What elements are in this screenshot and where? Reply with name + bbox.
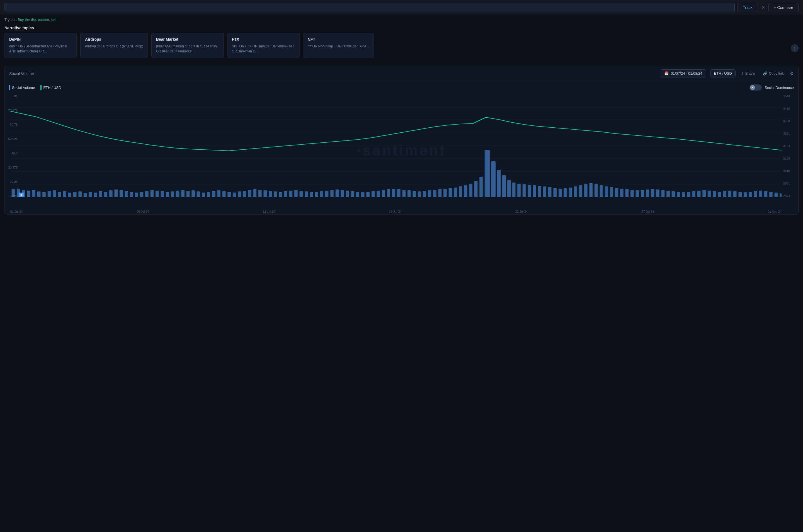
svg-rect-42 — [181, 190, 185, 197]
track-button[interactable]: Track — [738, 3, 758, 12]
svg-rect-56 — [253, 189, 257, 197]
share-button[interactable]: ⤴ Share — [740, 70, 757, 77]
svg-rect-35 — [145, 191, 149, 197]
svg-rect-133 — [651, 189, 654, 197]
currency-button[interactable]: ETH / USD — [710, 70, 735, 77]
svg-rect-158 — [780, 193, 782, 197]
svg-rect-13 — [32, 190, 35, 197]
compare-button[interactable]: + Compare — [768, 3, 799, 12]
svg-rect-99 — [474, 181, 478, 197]
svg-rect-128 — [626, 189, 629, 197]
svg-rect-54 — [243, 191, 246, 197]
svg-rect-93 — [443, 189, 447, 197]
y-right-5: 3193 — [783, 144, 797, 148]
x-label-5: 22 Jul 24 — [515, 210, 528, 213]
svg-rect-53 — [238, 191, 241, 197]
svg-rect-33 — [135, 193, 138, 197]
copy-label: Copy link — [769, 71, 784, 76]
svg-rect-123 — [599, 185, 603, 197]
svg-rect-20 — [68, 193, 72, 197]
y-right-2: 3456 — [783, 107, 797, 110]
svg-rect-27 — [104, 192, 108, 197]
narrative-card-0[interactable]: DePIN depin OR (Decentralized AND Physic… — [4, 33, 77, 58]
svg-rect-45 — [197, 191, 200, 197]
svg-rect-43 — [187, 191, 190, 197]
svg-rect-16 — [47, 191, 51, 197]
chart-legend: Social Volume ETH / USD ✕ Social Dominan… — [5, 81, 798, 92]
svg-rect-91 — [433, 190, 437, 197]
svg-rect-41 — [176, 191, 179, 197]
svg-rect-39 — [166, 192, 169, 197]
link-icon: 🔗 — [763, 71, 767, 76]
svg-rect-52 — [233, 193, 236, 197]
x-label-1: 01 Jul 24 — [10, 210, 23, 213]
svg-rect-126 — [615, 188, 618, 197]
svg-rect-47 — [207, 192, 210, 197]
svg-rect-82 — [387, 189, 390, 197]
social-dominance-toggle[interactable]: ✕ Social Dominance — [749, 84, 794, 91]
scroll-right-arrow[interactable]: › — [791, 44, 799, 52]
svg-rect-86 — [407, 190, 411, 197]
narrative-card-query-0: depin OR (Decentralized AND Physical AND… — [9, 44, 72, 54]
svg-rect-50 — [223, 191, 226, 197]
svg-rect-89 — [423, 191, 426, 197]
svg-rect-70 — [325, 191, 329, 197]
svg-rect-121 — [590, 183, 593, 197]
svg-rect-75 — [351, 191, 354, 197]
svg-rect-46 — [202, 193, 205, 197]
svg-rect-145 — [713, 191, 716, 197]
svg-rect-107 — [517, 184, 521, 197]
svg-rect-63 — [289, 191, 293, 197]
settings-button[interactable]: ⚙ — [790, 71, 794, 76]
svg-rect-124 — [605, 186, 608, 197]
svg-rect-97 — [464, 185, 467, 197]
svg-rect-116 — [563, 188, 567, 197]
svg-rect-155 — [764, 191, 768, 197]
y-right-8: 2931 — [783, 182, 797, 185]
svg-rect-118 — [574, 186, 577, 197]
svg-rect-28 — [109, 190, 113, 197]
svg-rect-102 — [491, 162, 496, 197]
social-volume-bars — [12, 150, 782, 197]
toggle-knob: ✕ — [750, 85, 755, 90]
svg-rect-68 — [315, 192, 318, 197]
close-button[interactable]: × — [761, 5, 766, 11]
svg-rect-113 — [548, 187, 552, 197]
svg-rect-72 — [336, 190, 339, 197]
narrative-card-4[interactable]: NFT nft OR Non-fungi... OR rarible OR Su… — [303, 33, 374, 58]
legend-label-social-volume: Social Volume — [12, 86, 35, 90]
svg-rect-69 — [320, 191, 323, 197]
svg-rect-67 — [310, 192, 313, 197]
copy-link-button[interactable]: 🔗 Copy link — [761, 70, 785, 77]
svg-rect-136 — [666, 191, 670, 197]
svg-rect-84 — [397, 189, 401, 197]
svg-rect-148 — [728, 191, 732, 197]
date-range-picker[interactable]: 📅 01/07/24 - 01/08/24 — [661, 70, 706, 77]
svg-rect-48 — [212, 191, 215, 197]
svg-rect-55 — [248, 190, 251, 197]
toggle-switch[interactable]: ✕ — [749, 84, 762, 91]
svg-rect-76 — [356, 192, 360, 197]
social-dominance-label: Social Dominance — [765, 86, 794, 90]
try-out-prefix: Try out: — [4, 18, 17, 22]
try-out-link[interactable]: Buy the dip, bottom, sell — [18, 18, 56, 22]
svg-rect-79 — [371, 191, 375, 197]
search-input[interactable]: (eth AND ETF) OR (ethereum AND etf) — [4, 3, 735, 12]
narrative-card-2[interactable]: Bear Market (bear AND market) OR crash O… — [151, 33, 224, 58]
narrative-card-query-2: (bear AND market) OR crash OR bearish OR… — [156, 44, 219, 54]
svg-rect-26 — [99, 191, 102, 197]
y-axis-right: 3543 3456 3368 3281 3193 3106 3134 3018 … — [782, 94, 798, 197]
svg-rect-139 — [682, 192, 685, 197]
svg-rect-29 — [115, 190, 118, 197]
svg-rect-80 — [377, 191, 380, 197]
x-axis: 01 Jul 24 06 Jul 24 11 Jul 24 16 Jul 24 … — [5, 209, 798, 214]
narrative-card-1[interactable]: Airdrops Airdrop OR Airdrops OR (air AND… — [80, 33, 148, 58]
narrative-card-3[interactable]: FTX SBF OR FTX OR sam OR Bankman-Fried O… — [227, 33, 300, 58]
svg-rect-12 — [27, 191, 31, 197]
svg-rect-73 — [341, 190, 344, 197]
svg-rect-88 — [418, 191, 421, 197]
svg-rect-127 — [620, 189, 624, 197]
legend-price: ETH / USD — [40, 85, 61, 90]
toggle-x-icon: ✕ — [751, 86, 754, 89]
svg-rect-104 — [502, 175, 506, 197]
